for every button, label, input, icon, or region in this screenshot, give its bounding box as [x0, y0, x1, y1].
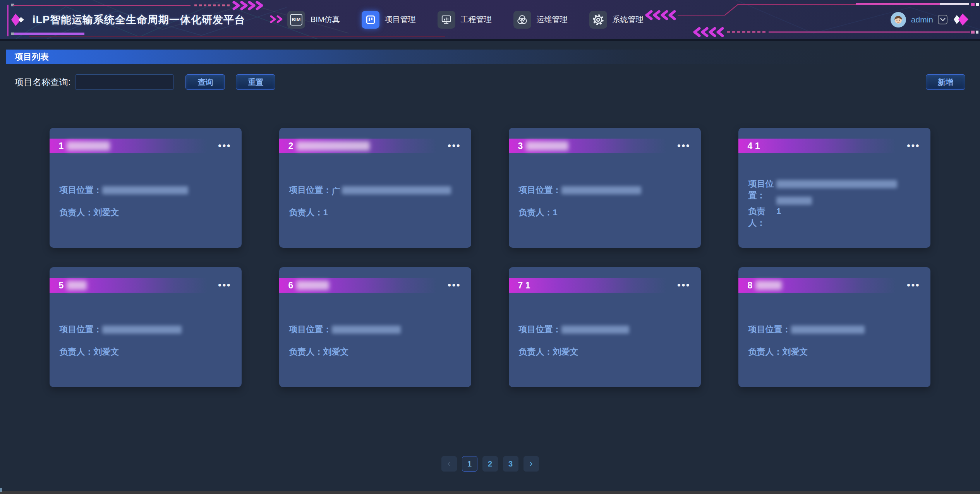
bottom-left-indicator [0, 488, 2, 492]
project-owner-field: 负责人： 刘爱文 [289, 346, 461, 358]
card-title: 5 [59, 280, 87, 291]
card-title-bar: 7 1 [509, 278, 701, 293]
page-title: 项目列表 [15, 51, 49, 63]
card-title-bar: 5 [50, 278, 242, 293]
card-menu-icon[interactable]: ••• [218, 141, 231, 150]
card-title-bar: 2 [279, 139, 471, 153]
pagination-prev-button[interactable]: ‹ [441, 456, 457, 472]
card-menu-icon[interactable]: ••• [218, 280, 231, 290]
redacted-location-text [776, 180, 897, 188]
search-toolbar: 项目名称查询: 查询 重置 新增 [15, 74, 965, 91]
redacted-location-text [332, 326, 401, 334]
owner-name: 刘爱文 [94, 207, 119, 218]
owner-name: 刘爱文 [323, 346, 349, 358]
redacted-location-text [791, 326, 865, 334]
project-card[interactable]: 5 ••• 项目位置： 负责人： 刘爱文 [50, 267, 242, 387]
project-card[interactable]: 4 1 ••• 项目位置： 负责人： 1 [738, 128, 930, 248]
main-content: 项目列表 项目名称查询: 查询 重置 新增 1 ••• 项目位置： [0, 50, 980, 472]
owner-name: 1 [776, 206, 781, 217]
add-button[interactable]: 新增 [926, 74, 965, 90]
redacted-location-text [561, 326, 629, 334]
card-title: 8 [748, 280, 782, 291]
project-location-field: 项目位置： [289, 324, 461, 337]
card-title: 1 [59, 141, 110, 151]
project-owner-field: 负责人： 1 [748, 206, 920, 229]
pagination-page-2[interactable]: 2 [482, 456, 498, 472]
redacted-location-text [776, 197, 812, 205]
card-menu-icon[interactable]: ••• [907, 280, 920, 290]
username[interactable]: admin [911, 15, 933, 24]
avatar[interactable] [890, 12, 906, 28]
card-title-bar: 4 1 [738, 139, 930, 153]
redacted-title-text [296, 281, 329, 290]
card-title: 6 [288, 280, 330, 291]
card-body: 项目位置： 负责人： 刘爱文 [279, 324, 471, 358]
card-body: 项目位置： 负责人： 刘爱文 [50, 324, 242, 358]
pagination-next-button[interactable]: › [523, 456, 539, 472]
owner-name: 1 [553, 207, 558, 218]
project-owner-field: 负责人： 刘爱文 [519, 346, 691, 358]
project-card[interactable]: 3 ••• 项目位置： 负责人： 1 [509, 128, 701, 248]
pagination-page-3[interactable]: 3 [503, 456, 518, 472]
project-flag-icon [362, 11, 379, 29]
card-menu-icon[interactable]: ••• [907, 141, 920, 150]
project-owner-field: 负责人： 1 [519, 207, 691, 218]
bim-icon: BIM [287, 11, 305, 29]
redacted-title-text [67, 281, 87, 290]
redacted-location-text [102, 326, 182, 334]
gear-icon [589, 11, 607, 29]
redacted-title-text [67, 141, 110, 151]
double-diamond-logo-icon [10, 12, 26, 28]
project-card[interactable]: 2 ••• 项目位置： 广 负责人： 1 [279, 128, 471, 248]
project-location-field: 项目位置： [60, 324, 232, 337]
project-name-search-input[interactable] [75, 74, 174, 90]
search-label: 项目名称查询: [15, 76, 70, 88]
project-location-field: 项目位置： [519, 324, 691, 337]
monitor-chart-icon [438, 11, 455, 29]
project-card[interactable]: 7 1 ••• 项目位置： 负责人： 刘爱文 [509, 267, 701, 387]
project-card[interactable]: 6 ••• 项目位置： 负责人： 刘爱文 [279, 267, 471, 387]
nav-item-bim-simulation[interactable]: BIM BIM仿真 [287, 11, 340, 29]
card-title: 4 1 [748, 141, 760, 151]
card-menu-icon[interactable]: ••• [448, 141, 461, 150]
bottom-edge-strip [0, 491, 980, 494]
pagination-page-1[interactable]: 1 [462, 456, 477, 472]
nav-item-project-management[interactable]: 项目管理 [362, 11, 416, 29]
card-body: 项目位置： 负责人： 1 [509, 184, 701, 218]
reset-button[interactable]: 重置 [236, 74, 275, 90]
project-owner-field: 负责人： 1 [289, 207, 461, 218]
card-body: 项目位置： 负责人： 刘爱文 [50, 184, 242, 218]
card-title-bar: 3 [509, 139, 701, 153]
query-button[interactable]: 查询 [185, 74, 225, 90]
card-title-bar: 6 [279, 278, 471, 293]
redacted-title-text [526, 141, 568, 151]
card-body: 项目位置： 广 负责人： 1 [279, 184, 471, 218]
card-body: 项目位置： 负责人： 1 [738, 178, 930, 229]
project-location-field: 项目位置： 广 [289, 184, 461, 197]
card-menu-icon[interactable]: ••• [448, 280, 461, 290]
redacted-title-text [296, 141, 370, 151]
card-title: 3 [518, 141, 569, 151]
project-location-field: 项目位置： [519, 184, 691, 197]
card-title: 2 [288, 141, 370, 151]
card-body: 项目位置： 负责人： 刘爱文 [738, 324, 930, 358]
chevron-down-icon [940, 18, 946, 21]
card-title-bar: 8 [738, 278, 930, 293]
card-menu-icon[interactable]: ••• [677, 280, 690, 290]
venn-circles-icon [513, 11, 531, 29]
card-menu-icon[interactable]: ••• [677, 141, 690, 150]
project-location-field: 项目位置： [748, 324, 920, 337]
nav-item-engineering-management[interactable]: 工程管理 [438, 11, 492, 29]
user-dropdown[interactable] [938, 15, 947, 24]
owner-name: 1 [323, 207, 328, 218]
nav-item-operations-management[interactable]: 运维管理 [513, 11, 568, 29]
project-card-grid: 1 ••• 项目位置： 负责人： 刘爱文 2 [50, 128, 931, 387]
top-header: iLP智能运输系统全生命周期一体化研发平台 BIM BIM仿真 项目管理 [0, 0, 980, 41]
main-nav: BIM BIM仿真 项目管理 工程管理 [287, 0, 644, 39]
project-card[interactable]: 1 ••• 项目位置： 负责人： 刘爱文 [50, 128, 242, 248]
redacted-location-text [561, 186, 641, 194]
owner-name: 刘爱文 [94, 346, 119, 358]
nav-item-system-management[interactable]: 系统管理 [589, 11, 644, 29]
card-title: 7 1 [518, 280, 530, 291]
project-card[interactable]: 8 ••• 项目位置： 负责人： 刘爱文 [738, 267, 930, 387]
